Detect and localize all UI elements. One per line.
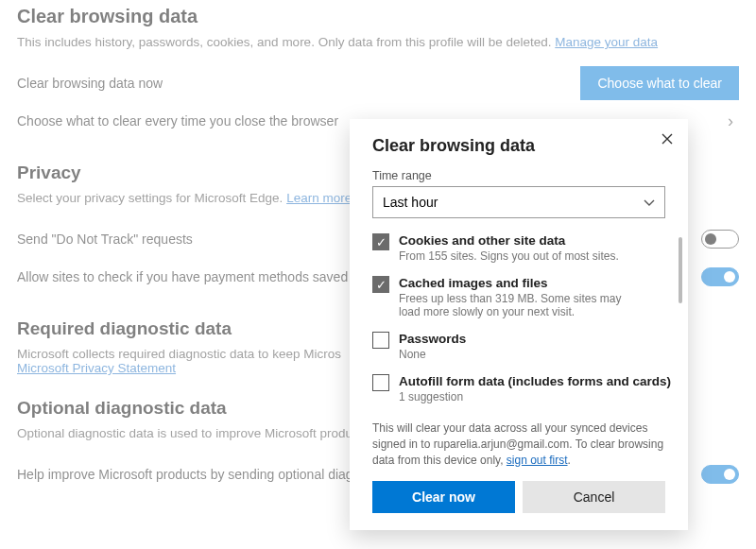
cancel-button[interactable]: Cancel (523, 481, 665, 513)
time-range-select[interactable]: Last hour (372, 186, 665, 218)
option-title: Autofill form data (includes forms and c… (399, 374, 671, 388)
option-subtitle: None (399, 348, 466, 361)
option-title: Passwords (399, 332, 466, 346)
close-icon[interactable] (662, 132, 673, 147)
option-title: Cached images and files (399, 276, 635, 290)
clear-options-list: ✓ Cookies and other site data From 155 s… (350, 233, 688, 403)
option-autofill[interactable]: Autofill form data (includes forms and c… (372, 374, 673, 403)
option-subtitle: 1 suggestion (399, 390, 635, 403)
checkbox-unchecked-icon[interactable] (372, 374, 389, 391)
option-subtitle: From 155 sites. Signs you out of most si… (399, 249, 619, 263)
option-cookies[interactable]: ✓ Cookies and other site data From 155 s… (372, 233, 673, 263)
option-passwords[interactable]: Passwords None (372, 332, 673, 361)
sync-note: This will clear your data across all you… (350, 417, 688, 481)
time-range-label: Time range (350, 169, 688, 186)
clear-browsing-data-dialog: Clear browsing data Time range Last hour… (350, 119, 688, 530)
sign-out-link[interactable]: sign out first (507, 454, 568, 467)
dialog-title: Clear browsing data (350, 136, 688, 169)
option-cache[interactable]: ✓ Cached images and files Frees up less … (372, 276, 673, 318)
checkbox-checked-icon[interactable]: ✓ (372, 276, 389, 293)
time-range-value: Last hour (383, 195, 438, 210)
checkbox-unchecked-icon[interactable] (372, 332, 389, 349)
checkbox-checked-icon[interactable]: ✓ (372, 233, 389, 250)
clear-now-button[interactable]: Clear now (372, 481, 515, 513)
scrollbar[interactable] (679, 237, 682, 303)
option-subtitle: Frees up less than 319 MB. Some sites ma… (399, 292, 635, 318)
option-title: Cookies and other site data (399, 233, 619, 248)
chevron-down-icon (644, 195, 655, 210)
